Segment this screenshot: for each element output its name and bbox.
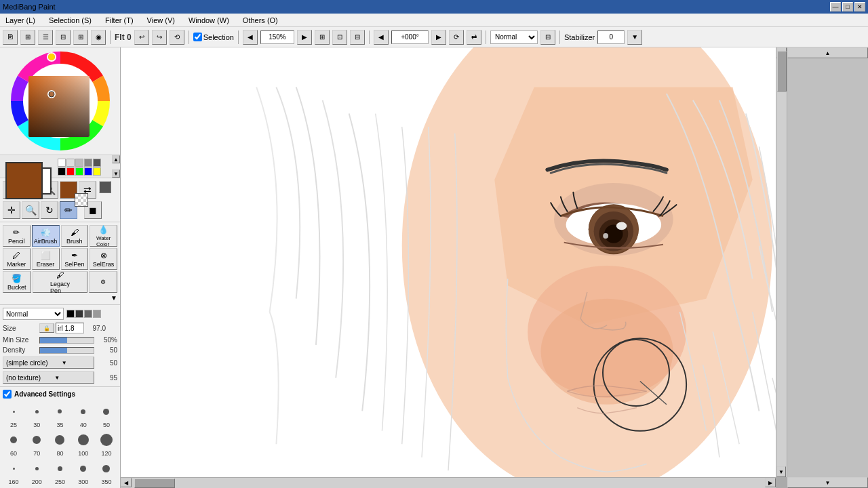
brush-size-350[interactable]: 350 (96, 458, 117, 485)
color-sq-mid[interactable] (84, 310, 92, 318)
blend-mode-select[interactable]: Normal Multiply Screen Overlay (490, 30, 538, 44)
selpen-tool-btn[interactable]: ✒ SelPen (61, 248, 89, 270)
layer-grid-button[interactable]: ⊞ (20, 30, 35, 45)
color-wheel-container[interactable] (0, 47, 120, 155)
layer-extra-button[interactable]: ◉ (91, 30, 106, 45)
menu-layer[interactable]: Layer (L) (3, 15, 38, 26)
brush-size-200[interactable]: 200 (26, 458, 47, 485)
close-button[interactable]: ✕ (854, 2, 865, 12)
min-size-bar[interactable] (39, 337, 94, 344)
menu-filter[interactable]: Filter (T) (102, 15, 136, 26)
canvas-scrollbar-vertical[interactable]: ▲ ▼ (776, 47, 787, 477)
move-tool[interactable]: ✛ (3, 201, 20, 219)
flip-button[interactable]: ⇄ (467, 30, 481, 45)
adv-settings-checkbox[interactable] (3, 390, 12, 399)
menu-selection[interactable]: Selection (S) (46, 15, 94, 26)
brush-size-80[interactable]: 80 (49, 430, 71, 457)
brush-size-35[interactable]: 35 (49, 401, 71, 428)
brush-size-40[interactable]: 40 (73, 401, 94, 428)
foreground-color[interactable] (5, 162, 43, 199)
extra-color-btn[interactable] (99, 181, 111, 193)
layer-thumb-button[interactable]: ⊟ (56, 30, 71, 45)
density-bar[interactable] (39, 347, 94, 354)
maximize-button[interactable]: □ (842, 2, 853, 12)
brush-size-300[interactable]: 300 (73, 458, 94, 485)
menu-window[interactable]: Window (W) (186, 15, 232, 26)
brush-size-50[interactable]: 50 (96, 401, 117, 428)
brush-blend-mode-select[interactable]: Normal Multiply (3, 308, 64, 320)
zoom-out-button[interactable]: ◀ (243, 30, 258, 45)
brush-size-30[interactable]: 30 (26, 401, 47, 428)
brush-size-70[interactable]: 70 (26, 430, 47, 457)
selection-checkbox-label[interactable]: Selection (193, 33, 234, 41)
color-sq-dark[interactable] (75, 310, 83, 318)
brush-size-100[interactable]: 100 (73, 430, 94, 457)
menu-others[interactable]: Others (O) (240, 15, 281, 26)
canvas-scrollbar-horizontal[interactable]: ◀ ▶ (121, 477, 776, 488)
zoom-input[interactable]: 150% (260, 30, 294, 44)
legacy-pen-tool-btn[interactable]: 🖋 LegacyPen (33, 271, 88, 293)
brush-size-120[interactable]: 120 (96, 430, 117, 457)
size-value: 97.0 (85, 325, 106, 332)
scroll-thumb-vertical[interactable] (777, 51, 787, 92)
seleras-tool-btn[interactable]: ⊗ SelEras (90, 248, 117, 270)
rotate-reset-button[interactable]: ⟳ (449, 30, 464, 45)
right-panel-scroll-up[interactable]: ▲ (787, 47, 868, 58)
rotate-right-button[interactable]: ▶ (431, 30, 446, 45)
brush-icon: 🖌 (71, 228, 79, 237)
rotation-input[interactable]: +000° (391, 30, 429, 44)
rotate-button[interactable]: ⟲ (170, 30, 184, 45)
rotate-canvas-tool[interactable]: ↻ (41, 201, 58, 219)
transparent-swatch[interactable] (75, 193, 88, 207)
size-lock-btn[interactable]: 🔒 (39, 323, 54, 333)
brush-size-160[interactable]: 160 (3, 458, 24, 485)
drawing-canvas[interactable] (121, 47, 776, 477)
right-panel-scroll-down[interactable]: ▼ (787, 477, 868, 488)
menu-view[interactable]: View (V) (144, 15, 178, 26)
flip-v-button[interactable]: ↪ (152, 30, 167, 45)
zoom-fit-button[interactable]: ⊞ (315, 30, 330, 45)
eraser-tool-btn[interactable]: ⬜ Eraser (32, 248, 60, 270)
rotate-left-button[interactable]: ◀ (374, 30, 389, 45)
settings-tool-btn[interactable]: ⚙ (89, 271, 117, 293)
scroll-down-swatch[interactable]: ▼ (112, 169, 120, 178)
minimize-button[interactable]: — (830, 2, 841, 12)
color-sq-black[interactable] (66, 310, 75, 318)
shape-dropdown[interactable]: (simple circle) ▼ (3, 357, 94, 369)
selpen-icon: ✒ (71, 251, 78, 260)
zoom-fill-button[interactable]: ⊟ (350, 30, 365, 45)
layer-small-button[interactable]: ⊞ (73, 30, 88, 45)
flip-h-button[interactable]: ↩ (134, 30, 149, 45)
color-wheel[interactable] (9, 50, 111, 152)
scroll-up-swatch[interactable]: ▲ (112, 155, 120, 163)
brush-size-25[interactable]: 25 (3, 401, 24, 428)
brush-type-scroll[interactable]: ▼ (3, 294, 117, 302)
scroll-down-button[interactable]: ▼ (776, 466, 786, 477)
size-min-input[interactable] (56, 323, 84, 333)
brush-size-60[interactable]: 60 (3, 430, 24, 457)
scroll-thumb-horizontal[interactable] (134, 479, 175, 488)
right-panel-content (787, 58, 868, 477)
marker-tool-btn[interactable]: 🖊 Marker (3, 248, 31, 270)
watercolor-tool-btn[interactable]: 💧 WaterColor (90, 225, 117, 247)
brush-tool-btn[interactable]: 🖌 Brush (61, 225, 89, 247)
pencil-label: Pencil (8, 238, 25, 245)
airbrush-tool-btn[interactable]: 💨 AirBrush (32, 225, 60, 247)
zoom-in-button[interactable]: ▶ (297, 30, 312, 45)
new-layer-button[interactable]: 🖹 (3, 30, 18, 45)
zoom-tool[interactable]: 🔍 (22, 201, 39, 219)
canvas-area[interactable]: ▲ ▼ ◀ ▶ (121, 47, 787, 488)
brush-size-250[interactable]: 250 (49, 458, 71, 485)
pencil-tool-btn[interactable]: ✏ Pencil (3, 225, 31, 247)
blend-extra-button[interactable]: ⊟ (540, 30, 555, 45)
layer-list-button[interactable]: ☰ (38, 30, 53, 45)
stabilizer-dropdown-button[interactable]: ▼ (627, 30, 642, 45)
scroll-left-button[interactable]: ◀ (121, 478, 132, 487)
color-sq-light[interactable] (93, 310, 101, 318)
selection-checkbox[interactable] (193, 33, 202, 41)
texture-dropdown[interactable]: (no texture) ▼ (3, 371, 94, 384)
stabilizer-input[interactable]: 0 (597, 30, 625, 44)
bucket-tool-btn[interactable]: 🪣 Bucket (3, 271, 31, 293)
zoom-100-button[interactable]: ⊡ (332, 30, 347, 45)
scroll-right-button[interactable]: ▶ (765, 478, 776, 487)
